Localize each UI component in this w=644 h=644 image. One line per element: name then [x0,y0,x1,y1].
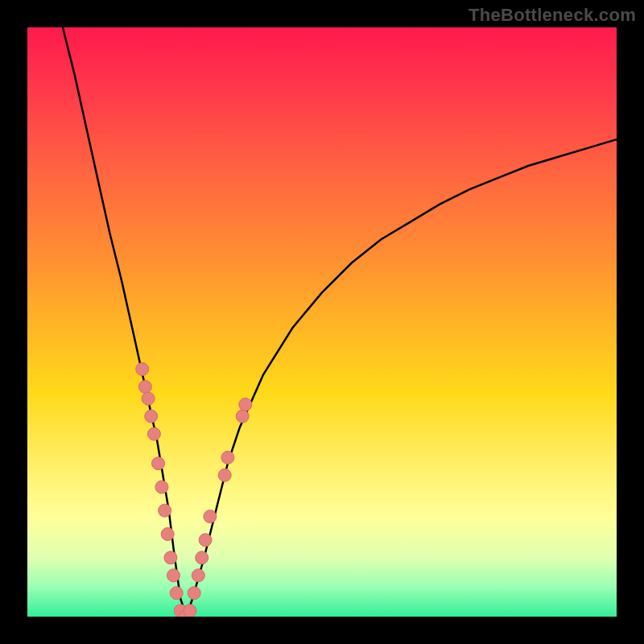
data-point [152,457,165,470]
data-point [136,363,149,376]
data-point [138,381,151,394]
data-point [170,587,183,600]
data-point [142,392,155,405]
bottleneck-curve-path [63,27,617,617]
chart-svg [27,27,617,617]
data-point [236,410,249,423]
data-point [218,469,231,481]
data-point [188,587,200,600]
data-point [159,504,171,517]
data-point [221,451,234,464]
watermark-text: TheBottleneck.com [469,5,636,26]
data-point [184,605,196,617]
chart-container: TheBottleneck.com [0,0,644,644]
data-point [199,534,212,547]
data-point [167,569,180,582]
data-points-group [136,363,252,617]
data-point [145,410,158,423]
data-point [239,398,252,411]
data-point [196,551,208,564]
data-point [161,528,174,541]
plot-area [27,27,617,617]
data-point [155,481,168,493]
curve-group [63,27,617,617]
data-point [164,551,177,564]
data-point [192,569,204,582]
data-point [147,427,160,440]
data-point [204,510,217,523]
